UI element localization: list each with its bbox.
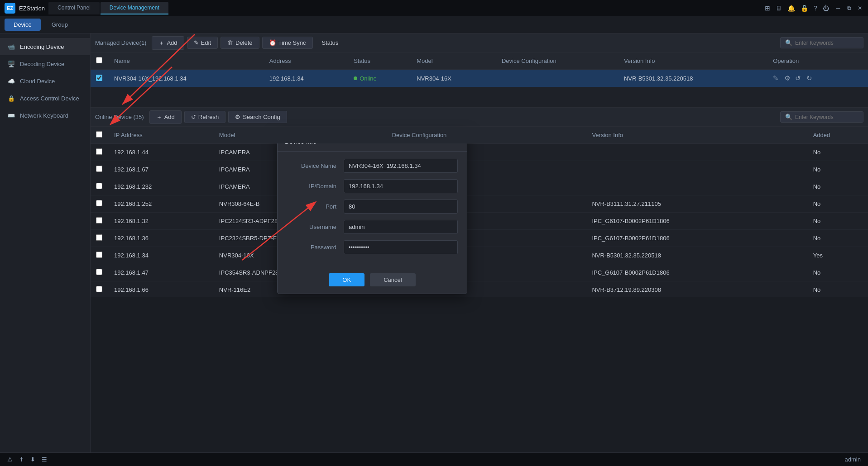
row-version: IPC_G6107-B0002P61D1806 <box>586 264 807 281</box>
row-added: No <box>808 195 868 213</box>
table-row: 192.168.1.67 IPCAMERA No <box>91 161 868 178</box>
row-version: NVR-B3712.19.89.220308 <box>586 281 807 297</box>
device-name-row: Device Name <box>287 159 458 173</box>
row-name: NVR304-16X_192.168.1.34 <box>109 70 264 87</box>
table-row: 192.168.1.44 IPCAMERA No <box>91 144 868 161</box>
row-checkbox[interactable] <box>96 166 102 172</box>
tab-group[interactable]: Group <box>43 19 77 31</box>
status-button[interactable]: Status <box>316 37 345 48</box>
download-icon[interactable]: ⬇ <box>30 456 35 463</box>
edit-icon: ✎ <box>194 39 199 46</box>
row-added: No <box>808 281 868 297</box>
monitor-icon[interactable]: 🖥 <box>776 5 782 12</box>
statusbar-icons: ⚠ ⬆ ⬇ ☰ <box>7 456 47 463</box>
table-row: 192.168.1.252 NVR308-64E-B 210235X097319… <box>91 195 868 213</box>
close-button[interactable]: ✕ <box>856 5 863 12</box>
subnav: Device Group <box>0 16 868 33</box>
refresh-button[interactable]: ↺ Refresh <box>184 111 226 123</box>
restore-button[interactable]: ⧉ <box>845 5 853 12</box>
managed-search-input[interactable] <box>795 40 858 46</box>
row-version: NVR-B5301.32.35.220518 <box>619 70 767 87</box>
sidebar-item-network-keyboard[interactable]: ⌨️ Network Keyboard <box>0 107 90 124</box>
sidebar-item-encoding[interactable]: 📹 Encoding Device <box>0 38 90 55</box>
managed-label: Managed Device(1) <box>95 39 146 46</box>
encoding-icon: 📹 <box>7 43 15 51</box>
lock-icon[interactable]: 🔒 <box>801 5 808 12</box>
row-version: NVR-B3111.31.27.211105 <box>586 195 807 213</box>
edit-button[interactable]: ✎ Edit <box>187 37 218 49</box>
row-checkbox[interactable] <box>96 286 102 292</box>
col-address: Address <box>264 52 348 70</box>
statusbar: ⚠ ⬆ ⬇ ☰ admin <box>0 452 868 466</box>
tab-device[interactable]: Device <box>5 19 41 31</box>
cancel-button[interactable]: Cancel <box>370 273 415 286</box>
row-added: No <box>808 161 868 178</box>
row-version: IPC_G6107-B0002P61D1806 <box>586 213 807 230</box>
online-search-input[interactable] <box>795 114 858 120</box>
plus-icon: ＋ <box>156 113 162 121</box>
row-sn <box>563 178 586 195</box>
col-device-config: Device Configuration <box>387 127 563 144</box>
row-address: 192.168.1.34 <box>264 70 348 87</box>
row-ip: 192.168.1.36 <box>109 230 214 247</box>
row-checkbox[interactable] <box>96 234 102 241</box>
row-checkbox[interactable] <box>96 217 102 223</box>
delete-button[interactable]: 🗑 Delete <box>221 37 259 49</box>
table-row: 192.168.1.36 IPC2324SBR5-DPZ-F 210235C3U… <box>91 230 868 247</box>
row-version: NVR-B5301.32.35.220518 <box>586 247 807 264</box>
sync-row-icon[interactable]: ↻ <box>806 74 812 82</box>
row-checkbox[interactable] <box>96 183 102 189</box>
device-name-input[interactable] <box>344 159 458 173</box>
edit-row-icon[interactable]: ✎ <box>773 74 779 82</box>
password-label: Password <box>287 244 336 251</box>
sidebar-item-decoding[interactable]: 🖥️ Decoding Device <box>0 55 90 72</box>
select-all-checkbox[interactable] <box>96 57 102 63</box>
question-icon[interactable]: ? <box>814 5 817 12</box>
current-user: admin <box>845 456 861 463</box>
row-model: NVR304-16X <box>411 70 496 87</box>
warning-icon[interactable]: ⚠ <box>7 456 13 463</box>
grid-icon[interactable]: ⊞ <box>765 5 770 12</box>
row-checkbox[interactable] <box>96 75 102 81</box>
tab-device-management[interactable]: Device Management <box>101 2 168 14</box>
row-added: No <box>808 213 868 230</box>
decoding-icon: 🖥️ <box>7 60 15 68</box>
search-config-button[interactable]: ⚙ Search Config <box>228 111 287 123</box>
time-sync-button[interactable]: ⏰ Time Sync <box>262 37 313 49</box>
row-checkbox[interactable] <box>96 252 102 258</box>
tab-control-panel[interactable]: Control Panel <box>48 2 100 14</box>
port-input[interactable] <box>344 200 458 214</box>
refresh-row-icon[interactable]: ↺ <box>795 74 801 82</box>
ok-button[interactable]: OK <box>329 273 364 286</box>
sidebar-item-cloud[interactable]: ☁️ Cloud Device <box>0 72 90 90</box>
sidebar: 📹 Encoding Device 🖥️ Decoding Device ☁️ … <box>0 33 91 466</box>
online-search: 🔍 <box>780 111 863 123</box>
username-input[interactable] <box>344 220 458 234</box>
power-icon[interactable]: ⏻ <box>823 5 829 12</box>
col-name: Name <box>109 52 264 70</box>
online-select-all[interactable] <box>96 131 102 138</box>
managed-search: 🔍 <box>780 37 863 48</box>
add-button[interactable]: ＋ Add <box>152 36 184 50</box>
online-add-button[interactable]: ＋ Add <box>149 110 182 124</box>
upload-icon[interactable]: ⬆ <box>19 456 24 463</box>
col-operation: Operation <box>767 52 868 70</box>
password-row: Password <box>287 240 458 254</box>
sidebar-item-access-control[interactable]: 🔒 Access Control Device <box>0 90 90 107</box>
port-row: Port <box>287 200 458 214</box>
ip-domain-input[interactable] <box>344 179 458 193</box>
online-section: Online Device (35) ＋ Add ↺ Refresh ⚙ Sea… <box>91 107 868 297</box>
row-added: No <box>808 178 868 195</box>
row-version <box>586 178 807 195</box>
alarm-icon[interactable]: 🔔 <box>787 5 795 12</box>
row-checkbox[interactable] <box>96 269 102 275</box>
settings-row-icon[interactable]: ⚙ <box>784 74 790 82</box>
row-checkbox[interactable] <box>96 200 102 206</box>
managed-table-header: Name Address Status Model Device Configu… <box>91 52 868 70</box>
row-sn <box>563 195 586 213</box>
menu-icon[interactable]: ☰ <box>42 456 47 463</box>
password-input[interactable] <box>344 240 458 254</box>
row-checkbox[interactable] <box>96 148 102 155</box>
minimize-button[interactable]: ─ <box>834 5 842 12</box>
ip-domain-row: IP/Domain <box>287 179 458 193</box>
